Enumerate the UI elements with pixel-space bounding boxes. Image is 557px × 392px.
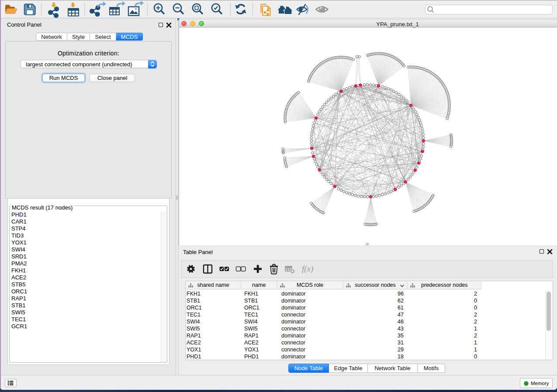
- svg-text:f(x): f(x): [302, 264, 313, 274]
